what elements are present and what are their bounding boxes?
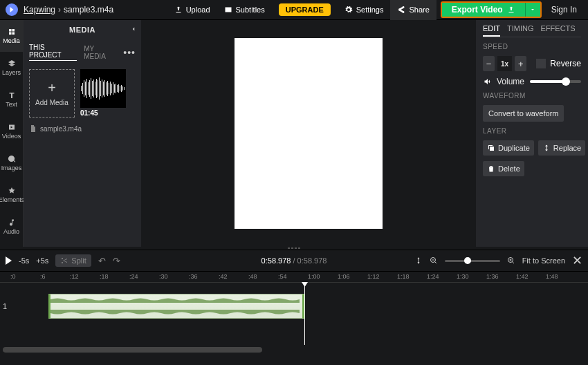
rail-images[interactable]: Images [0,147,23,179]
magnet-icon[interactable] [414,256,423,265]
rail-videos[interactable]: Videos [0,115,23,147]
zoom-in-icon[interactable] [507,256,515,265]
svg-rect-0 [81,86,82,91]
tab-effects[interactable]: EFFECTS [541,24,576,37]
subtitles-label: Subtitles [236,6,265,14]
jump-back-button[interactable]: -5s [19,256,29,265]
ruler-tick: :36 [189,273,198,280]
clip-duration: 01:45 [80,109,126,117]
speed-increase-button[interactable]: + [515,56,526,71]
replace-button[interactable]: Replace [538,140,585,156]
redo-button[interactable]: ↷ [113,256,120,266]
ruler-tick: :18 [100,273,109,280]
chevron-left-icon [130,26,137,32]
fit-to-screen-button[interactable]: Fit to Screen [522,256,565,265]
tab-edit[interactable]: EDIT [483,24,500,37]
tab-this-project[interactable]: THIS PROJECT [29,44,77,61]
svg-rect-9 [93,79,94,97]
media-clip[interactable]: 01:45 [80,69,126,118]
clip-waveform-thumb [80,69,126,108]
file-icon [29,124,37,133]
svg-rect-19 [107,81,108,96]
settings-button[interactable]: Settings [338,0,391,20]
duplicate-button[interactable]: Duplicate [483,140,534,156]
ruler-tick: :30 [159,273,168,280]
play-button[interactable] [6,256,12,265]
scissors-icon [60,256,68,265]
svg-rect-23 [113,82,113,95]
subtitles-icon [224,6,232,14]
timeline-body[interactable]: 1 [0,283,588,345]
close-timeline-button[interactable]: ✕ [572,253,582,268]
rail-layers[interactable]: Layers [0,52,23,84]
breadcrumb-sep: › [58,5,61,15]
videos-icon [8,123,16,131]
reverse-checkbox[interactable] [536,59,546,68]
ruler-tick: :54 [278,273,287,280]
convert-waveform-button[interactable]: Convert to waveform [483,105,564,122]
gear-icon [344,6,353,14]
ruler-tick: :24 [129,273,138,280]
svg-rect-26 [117,85,118,92]
more-options-button[interactable]: ••• [123,47,136,58]
split-button[interactable]: Split [55,254,91,267]
reverse-toggle[interactable]: Reverse [536,59,581,68]
elements-icon [8,187,16,195]
ruler-tick: :48 [248,273,257,280]
ruler-tick: 1:30 [457,273,469,280]
volume-slider[interactable] [530,80,581,83]
subtitles-button[interactable]: Subtitles [217,0,272,20]
zoom-out-icon[interactable] [430,256,438,265]
images-icon [8,155,16,163]
ruler-tick: :0 [10,273,16,280]
breadcrumb-app[interactable]: Kapwing [24,5,55,15]
zoom-slider[interactable] [445,260,500,262]
share-icon [397,6,405,14]
rail-media[interactable]: Media [0,20,23,52]
export-dropdown[interactable] [525,3,540,17]
timeline-clip[interactable] [48,294,304,319]
rail-audio[interactable]: Audio [0,211,23,243]
export-label: Export Video [452,5,503,15]
svg-rect-16 [103,82,104,95]
ruler-tick: 1:18 [397,273,410,280]
media-icon [8,28,16,36]
tool-rail: Media Layers Text Videos Images Elements… [0,20,24,247]
svg-rect-28 [120,86,120,91]
audio-icon [8,218,16,227]
collapse-panel-button[interactable] [130,26,137,34]
kapwing-logo[interactable] [6,3,18,16]
ruler-tick: 1:06 [338,273,350,280]
jump-forward-button[interactable]: +5s [36,256,48,265]
canvas-document[interactable] [235,38,383,229]
playhead[interactable] [304,283,305,345]
tab-my-media[interactable]: MY MEDIA [84,45,116,60]
share-button[interactable]: Share [390,0,436,20]
delete-button[interactable]: Delete [483,161,524,176]
reverse-label: Reverse [550,59,581,68]
svg-rect-25 [116,84,116,93]
ruler-tick: 1:00 [308,273,320,280]
settings-label: Settings [356,6,384,14]
add-media-button[interactable]: + Add Media [29,69,75,118]
svg-rect-2 [84,80,84,97]
speed-decrease-button[interactable]: − [483,56,495,71]
upgrade-button[interactable]: UPGRADE [279,3,331,16]
svg-rect-5 [88,82,89,95]
svg-rect-30 [122,86,123,91]
horizontal-scrollbar[interactable] [0,345,588,355]
add-media-label: Add Media [35,99,68,106]
sign-in-button[interactable]: Sign In [546,5,582,15]
svg-rect-6 [89,80,90,97]
duplicate-icon [487,144,495,152]
tab-timing[interactable]: TIMING [507,24,534,37]
undo-button[interactable]: ↶ [98,256,106,266]
upload-button[interactable]: Upload [167,0,217,20]
timeline-ruler[interactable]: :0:6:12:18:24:30:36:42:48:541:001:061:12… [0,272,588,283]
canvas-area[interactable] [141,20,476,247]
rail-text[interactable]: Text [0,84,23,115]
export-video-button[interactable]: Export Video [442,3,525,17]
rail-elements[interactable]: Elements [0,179,23,211]
breadcrumb: Kapwing › sample3.m4a [24,5,113,15]
snap-icon[interactable] [399,256,407,265]
